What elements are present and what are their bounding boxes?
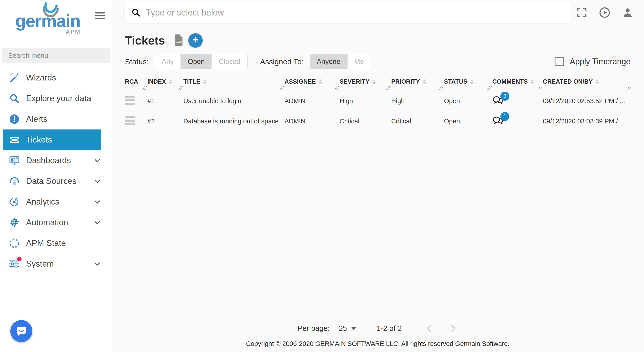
column-label: TITLE [183,78,200,85]
user-icon[interactable] [622,7,633,18]
per-page-value: 25 [339,324,347,333]
cell-comments: 1 [492,115,543,128]
column-header-comments[interactable]: COMMENTS [492,78,543,85]
cell-title: Database is running out of space [183,118,284,125]
column-resize-handle[interactable] [279,86,284,90]
sidebar-item-data-sources[interactable]: Data Sources [3,171,101,192]
sort-icon [372,79,376,84]
chat-bubble-icon [15,325,28,338]
filter-option-closed[interactable]: Closed [212,54,247,69]
cell-status: Open [444,118,492,125]
sidebar-item-wizards[interactable]: Wizards [3,68,101,88]
sidebar-item-label: APM State [26,238,66,248]
column-resize-handle[interactable] [178,86,183,90]
sidebar-item-apm-state[interactable]: APM State [3,233,101,254]
export-csv-button[interactable]: CSV [174,34,183,46]
chat-fab-button[interactable] [10,320,32,342]
cell-created: 09/12/2020 02:53:52 PM / ... [543,97,630,105]
column-header-assignee[interactable]: ASSIGNEE [284,78,340,85]
content: Tickets CSV + Status: AnyOpenClosed Assi… [112,25,644,352]
assigned-filter-label: Assigned To: [260,57,304,66]
cell-index: #1 [148,97,183,105]
sidebar-item-analytics[interactable]: Analytics [3,192,101,212]
apply-timerange-checkbox[interactable] [554,57,564,66]
sidebar-item-automation[interactable]: Automation [3,212,101,233]
rca-handle-icon[interactable] [125,116,135,125]
column-label: SEVERITY [340,78,370,85]
comments-icon[interactable]: 1 [492,115,504,126]
column-resize-handle[interactable] [627,86,632,90]
table-body: #1User unable to loginADMINHighHighOpen3… [125,91,630,132]
column-resize-handle[interactable] [142,86,147,90]
cell-severity: High [340,97,391,105]
cell-assignee: ADMIN [284,97,340,105]
logo: germain APM [0,0,112,48]
cell-created: 09/12/2020 03:03:39 PM / ... [543,118,630,125]
column-header-priority[interactable]: PRIORITY [391,78,444,85]
column-resize-handle[interactable] [487,86,492,90]
column-label: COMMENTS [492,78,528,85]
sort-icon [596,79,599,84]
cell-index: #2 [148,118,183,125]
filter-option-anyone[interactable]: Anyone [310,54,347,69]
sort-icon [169,79,172,84]
previous-page-button[interactable] [424,324,434,333]
column-header-title[interactable]: TITLE [183,78,284,85]
comments-icon[interactable]: 3 [492,95,504,106]
column-header-index[interactable]: INDEX [148,78,183,85]
column-label: PRIORITY [391,78,420,85]
column-resize-handle[interactable] [439,86,444,90]
chevron-down-icon [94,219,101,226]
cell-comments: 3 [492,95,543,107]
column-label: INDEX [148,78,166,85]
sidebar-search [2,48,110,64]
sidebar-item-label: Automation [26,218,68,227]
rca-cell [125,116,148,126]
table-row[interactable]: #1User unable to loginADMINHighHighOpen3… [125,91,630,111]
sidebar-item-explore-your-data[interactable]: Explore your data [3,88,101,109]
comments-count-badge: 1 [500,112,510,121]
next-page-button[interactable] [448,324,458,333]
column-label: RCA [125,78,138,85]
assigned-filter-group: AnyoneMe [310,54,371,69]
cell-title: User unable to login [183,97,284,105]
filter-option-open[interactable]: Open [180,54,212,69]
play-circle-icon[interactable] [599,7,610,18]
sidebar-item-alerts[interactable]: Alerts [3,109,101,130]
column-resize-handle[interactable] [386,86,391,90]
fullscreen-icon[interactable] [576,7,587,18]
rca-handle-icon[interactable] [125,96,135,105]
alert-icon [9,114,20,124]
column-header-severity[interactable]: SEVERITY [340,78,391,85]
column-resize-handle[interactable] [334,86,339,90]
per-page-label: Per page: [298,324,330,333]
filter-option-any[interactable]: Any [155,54,180,69]
sidebar-item-label: System [26,259,54,268]
table-header: RCAINDEXTITLEASSIGNEESEVERITYPRIORITYSTA… [125,78,630,91]
global-search-input[interactable] [141,8,571,18]
page-title: Tickets [125,34,165,47]
column-header-created-on-by[interactable]: CREATED ON/BY [543,78,630,85]
chevron-down-icon [94,198,101,206]
gear-icon [9,217,20,228]
per-page-select[interactable]: 25 [339,324,356,333]
filter-option-me[interactable]: Me [347,54,371,69]
sidebar-item-dashboards[interactable]: Dashboards [3,150,101,171]
hamburger-menu-icon[interactable] [95,12,105,21]
data-sources-icon [9,176,20,186]
status-filter-group: AnyOpenClosed [154,54,248,69]
add-ticket-button[interactable]: + [188,33,203,48]
sidebar-item-label: Dashboards [26,156,71,165]
pagination-range: 1-2 of 2 [376,324,402,333]
sidebar-item-label: Tickets [26,135,52,144]
sidebar-search-input[interactable] [2,52,110,59]
chevron-down-icon [94,177,101,185]
table-row[interactable]: #2Database is running out of spaceADMINC… [125,111,630,132]
column-resize-handle[interactable] [538,86,542,90]
apply-timerange-label: Apply Timerange [570,57,630,66]
ticket-icon [9,134,20,145]
sidebar-item-system[interactable]: System [3,254,101,274]
sidebar-item-tickets[interactable]: Tickets [3,130,101,150]
pagination: Per page: 25 1-2 of 2 [125,324,630,333]
column-header-status[interactable]: STATUS [444,78,492,85]
